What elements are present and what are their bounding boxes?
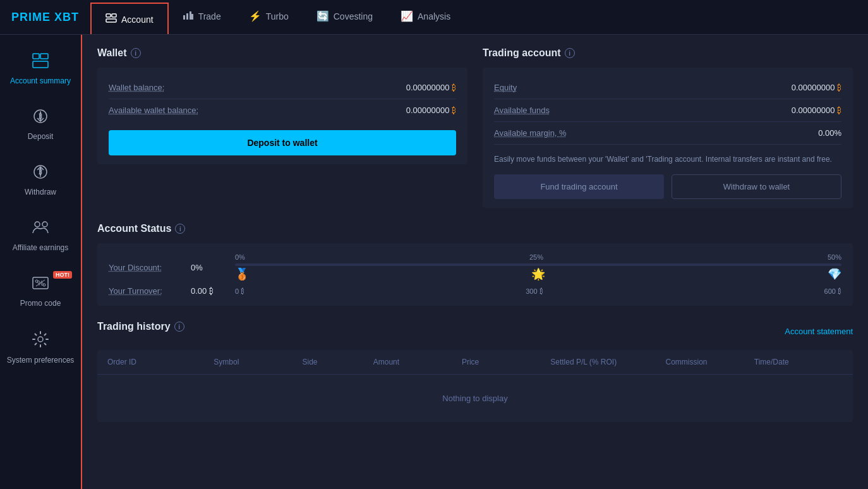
promo-icon: % [32,275,49,295]
progress-icon-silver: 🌟 [531,267,545,281]
sidebar-deposit-label: Deposit [28,132,54,141]
discount-progress-labels: 0% 25% 50% [235,253,841,261]
discount-row: Your Discount: 0% 0% 25% 50% 🥉 [109,253,841,281]
col-amount: Amount [373,358,462,366]
available-margin-value: 0.00% [818,128,841,138]
svg-rect-4 [186,13,188,20]
nav-covesting-label: Covesting [334,11,373,21]
wallet-card: Wallet balance: 0.00000000 ₿ Available w… [97,68,467,164]
account-status-title: Account Status i [97,223,853,234]
system-icon [32,330,49,352]
wallet-title: Wallet i [97,47,467,59]
sidebar-account-summary-label: Account summary [10,76,71,85]
trading-account-info-icon[interactable]: i [565,48,575,58]
wallet-title-text: Wallet [97,47,127,59]
col-time: Time/Date [754,358,843,366]
progress-label-0: 0% [235,253,245,261]
discount-value: 0% [191,263,235,272]
nav-trade-label: Trade [198,11,221,21]
trading-account-btn-row: Fund trading account Withdraw to wallet [494,174,841,199]
svg-rect-5 [190,11,191,20]
available-wallet-balance-row: Available wallet balance: 0.00000000 ₿ [109,99,456,121]
hot-badge: HOT! [53,271,72,279]
svg-rect-7 [33,54,39,59]
trading-account-card: Equity 0.00000000 ₿ Available funds 0.00… [483,68,853,208]
progress-icon-bronze: 🥉 [235,267,249,281]
wallet-info-icon[interactable]: i [131,48,141,58]
deposit-icon: ₿ [32,108,49,128]
logo: PRIME XBT [0,11,90,24]
trading-history-header: Trading history i Account statement [97,321,853,341]
nav-analysis-label: Analysis [418,11,450,21]
turn-marker-600: 600 ₿ [824,287,841,295]
available-wallet-balance-label[interactable]: Available wallet balance: [109,106,198,115]
wallet-balance-label[interactable]: Wallet balance: [109,83,164,92]
top-two-col: Wallet i Wallet balance: 0.00000000 ₿ Av… [97,47,853,208]
trading-history-title: Trading history i [97,321,184,332]
sidebar-item-withdraw[interactable]: ₿ Withdraw [0,152,81,208]
trade-nav-icon [183,10,194,23]
wallet-section: Wallet i Wallet balance: 0.00000000 ₿ Av… [97,47,467,208]
available-margin-label[interactable]: Available margin, % [494,128,567,138]
main-layout: Account summary ₿ Deposit ₿ Withdraw [0,35,868,489]
available-wallet-balance-value: 0.00000000 ₿ [406,106,456,115]
sidebar-withdraw-label: Withdraw [25,188,56,196]
svg-rect-8 [40,54,48,59]
turbo-nav-icon: ⚡ [249,10,262,22]
turnover-row: Your Turnover: 0.00 ₿ 0 ₿ 300 ₿ 600 ₿ [109,286,841,296]
col-side: Side [303,358,373,366]
fund-trading-account-button[interactable]: Fund trading account [494,174,664,199]
sidebar-item-promo[interactable]: HOT! % Promo code [0,263,81,319]
account-status-title-text: Account Status [97,223,171,234]
turnover-value: 0.00 ₿ [191,286,235,296]
equity-row: Equity 0.00000000 ₿ [494,76,841,99]
trading-history-table: Order ID Symbol Side Amount Price Settle… [97,350,853,422]
available-funds-label[interactable]: Available funds [494,106,550,115]
trading-account-title-text: Trading account [483,47,561,59]
account-status-card: Your Discount: 0% 0% 25% 50% 🥉 [97,243,853,306]
turnover-markers: 0 ₿ 300 ₿ 600 ₿ [235,287,841,295]
equity-label[interactable]: Equity [494,83,517,92]
turn-marker-300: 300 ₿ [526,287,543,295]
nav-trade[interactable]: Trade [169,0,235,34]
trading-account-title: Trading account i [483,47,853,59]
nav-account[interactable]: Account [90,3,169,34]
main-content: Wallet i Wallet balance: 0.00000000 ₿ Av… [82,35,868,489]
discount-progress-bar-bg [235,263,841,266]
svg-point-15 [42,222,47,227]
sidebar-affiliate-label: Affiliate earnings [13,243,69,252]
svg-rect-9 [33,61,48,68]
covesting-nav-icon: 🔄 [316,10,329,22]
sidebar: Account summary ₿ Deposit ₿ Withdraw [0,35,82,489]
nav-turbo[interactable]: ⚡ Turbo [235,0,303,34]
sidebar-item-account-summary[interactable]: Account summary [0,41,81,97]
nav-covesting[interactable]: 🔄 Covesting [303,0,387,34]
withdraw-icon: ₿ [32,164,49,184]
discount-label[interactable]: Your Discount: [109,263,191,272]
deposit-to-wallet-button[interactable]: Deposit to wallet [109,130,456,155]
nav-analysis[interactable]: 📈 Analysis [387,0,464,34]
nav-items: Account Trade ⚡ Turbo 🔄 Covesting 📈 Anal… [90,0,464,34]
withdraw-to-wallet-button[interactable]: Withdraw to wallet [672,174,841,199]
progress-icon-gold: 💎 [828,267,841,281]
sidebar-item-system[interactable]: System preferences [0,319,81,376]
logo-prime: PRIME [11,11,51,23]
svg-rect-1 [112,14,116,17]
top-nav: PRIME XBT Account Trade ⚡ Turbo 🔄 Covest… [0,0,868,35]
col-price: Price [462,358,550,366]
nav-account-label: Account [121,15,154,25]
sidebar-item-deposit[interactable]: ₿ Deposit [0,97,81,152]
sidebar-item-affiliate[interactable]: Affiliate earnings [0,208,81,263]
trading-history-info-icon[interactable]: i [174,322,184,332]
account-status-info-icon[interactable]: i [175,224,185,234]
turnover-label[interactable]: Your Turnover: [109,286,191,296]
available-funds-row: Available funds 0.00000000 ₿ [494,99,841,122]
sidebar-system-label: System preferences [7,356,75,365]
account-statement-link[interactable]: Account statement [785,327,853,336]
trading-history-section: Trading history i Account statement Orde… [97,321,853,422]
svg-rect-2 [106,19,116,22]
available-funds-value: 0.00000000 ₿ [792,106,841,115]
trading-account-description: Easily move funds between your 'Wallet' … [494,154,841,166]
sidebar-promo-label: Promo code [20,299,61,308]
discount-progress-container: 0% 25% 50% 🥉 🌟 💎 [235,253,841,281]
